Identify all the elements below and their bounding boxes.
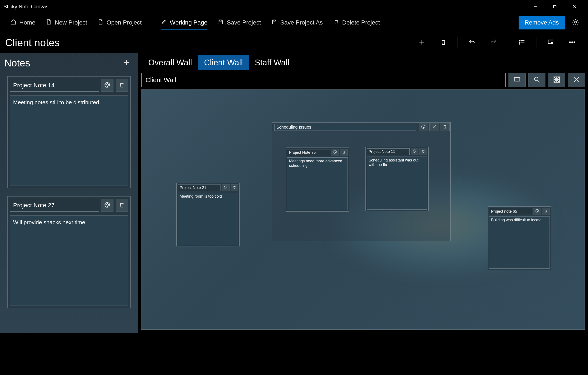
canvas-note[interactable]: Project Note 35 Meetings need more advan… <box>286 148 349 212</box>
menu-delete-project[interactable]: Delete Project <box>328 16 385 29</box>
group-color-button[interactable] <box>419 123 428 131</box>
trash-icon <box>421 149 425 154</box>
sidebar-note-body[interactable]: Meeting notes still to be distributed <box>10 96 128 186</box>
add-note-button[interactable] <box>411 35 433 50</box>
canvas-note[interactable]: Project Note 11 Scheduling assistant was… <box>365 147 429 211</box>
note-color-button[interactable] <box>222 184 230 191</box>
plus-icon <box>418 39 426 47</box>
project-title: Client notes <box>5 37 60 49</box>
svg-point-18 <box>572 42 573 43</box>
window-maximize-button[interactable] <box>545 0 565 13</box>
sidebar-note-body[interactable]: Will provide snacks next time <box>10 215 128 306</box>
group-close-button[interactable] <box>429 123 439 131</box>
undo-button[interactable] <box>461 35 483 50</box>
menu-new-project[interactable]: New Project <box>41 16 92 29</box>
group-title[interactable]: Scheduling Issues <box>274 124 416 131</box>
file-open-icon <box>98 19 104 26</box>
palette-icon <box>104 82 110 89</box>
list-icon <box>518 39 526 47</box>
more-icon <box>568 39 576 47</box>
settings-button[interactable] <box>568 15 583 30</box>
lower-padding <box>0 333 588 374</box>
note-delete-button[interactable] <box>420 148 427 155</box>
note-color-button[interactable] <box>101 199 114 212</box>
note-color-button[interactable] <box>331 149 339 156</box>
menu-separator <box>151 17 151 28</box>
tab-staff-wall[interactable]: Staff Wall <box>249 55 295 70</box>
wall-tabs: Overall Wall Client Wall Staff Wall <box>138 53 588 72</box>
sidebar-note[interactable]: Project Note 27 Will provide snacks next… <box>7 196 131 308</box>
canvas-note-body[interactable]: Building was difficult to locate <box>489 216 550 268</box>
save-icon <box>218 19 224 26</box>
canvas[interactable]: Scheduling Issues Project Note 35 <box>141 89 585 330</box>
note-color-button[interactable] <box>411 148 419 155</box>
redo-icon <box>490 39 497 47</box>
palette-icon <box>224 185 228 190</box>
menu-save-project[interactable]: Save Project <box>212 16 266 29</box>
project-toolbar: Client notes <box>0 32 588 53</box>
canvas-note-body[interactable]: Scheduling assistant was out with the fl… <box>367 157 427 210</box>
menu-save-project-as[interactable]: Save Project As <box>266 16 328 29</box>
note-delete-button[interactable] <box>340 149 348 156</box>
wall-search-button[interactable] <box>528 73 546 87</box>
remove-ads-button[interactable]: Remove Ads <box>519 16 565 30</box>
svg-rect-4 <box>220 20 222 21</box>
delete-button[interactable] <box>433 35 454 50</box>
palette-icon <box>333 150 337 155</box>
svg-line-31 <box>538 80 540 82</box>
canvas-note-body[interactable]: Meeting room is too cold <box>178 193 238 245</box>
separator <box>508 37 508 48</box>
note-color-button[interactable] <box>533 208 541 215</box>
svg-rect-1 <box>554 5 556 8</box>
canvas-note[interactable]: Project Note 21 Meeting room is too cold <box>176 183 240 246</box>
note-color-button[interactable] <box>101 79 114 92</box>
menu-delete-project-label: Delete Project <box>342 19 380 26</box>
canvas-note-title[interactable]: Project Note 11 <box>367 148 410 155</box>
tab-overall-wall[interactable]: Overall Wall <box>142 55 198 70</box>
svg-point-27 <box>108 204 109 205</box>
trash-icon <box>333 19 339 26</box>
group-delete-button[interactable] <box>440 123 450 131</box>
window-close-button[interactable] <box>565 0 585 13</box>
close-icon <box>572 75 580 85</box>
wall-name-input[interactable]: Client Wall <box>141 73 506 87</box>
trash-icon <box>440 39 447 46</box>
note-delete-button[interactable] <box>542 208 550 215</box>
wall-screen-button[interactable] <box>508 73 526 87</box>
menu-save-project-label: Save Project <box>227 19 261 26</box>
palette-icon <box>104 202 110 209</box>
redo-button[interactable] <box>483 35 504 50</box>
menu-open-project[interactable]: Open Project <box>92 16 147 29</box>
remove-ads-label: Remove Ads <box>525 19 559 26</box>
note-delete-button[interactable] <box>231 184 238 191</box>
menu-home-label: Home <box>19 19 35 26</box>
svg-point-17 <box>569 42 570 43</box>
window-minimize-button[interactable] <box>525 0 545 13</box>
note-delete-button[interactable] <box>116 79 128 92</box>
main-area: Notes Project Note 14 Meeting notes stil… <box>0 53 588 333</box>
menu-working-page-label: Working Page <box>170 19 207 26</box>
sidebar-note-title[interactable]: Project Note 27 <box>10 199 99 212</box>
canvas-note-title[interactable]: Project Note 35 <box>287 149 330 156</box>
canvas-note-title[interactable]: Project Note 21 <box>178 184 221 191</box>
list-view-button[interactable] <box>511 35 533 50</box>
more-button[interactable] <box>561 35 583 50</box>
menu-home[interactable]: Home <box>5 16 41 29</box>
group-header[interactable]: Scheduling Issues <box>272 123 450 132</box>
canvas-note-title[interactable]: Project note 65 <box>489 208 532 215</box>
note-group[interactable]: Scheduling Issues Project Note 35 <box>272 122 451 241</box>
canvas-note[interactable]: Project note 65 Building was difficult t… <box>488 206 551 270</box>
canvas-note-body[interactable]: Meetings need more advanced scheduling <box>287 157 348 210</box>
wall-close-button[interactable] <box>568 73 585 87</box>
menu-working-page[interactable]: Working Page <box>156 16 212 29</box>
tab-client-wall[interactable]: Client Wall <box>198 55 249 70</box>
presentation-button[interactable] <box>540 35 561 50</box>
sidebar-note-title[interactable]: Project Note 14 <box>10 79 99 92</box>
add-sidebar-note-button[interactable] <box>120 57 133 69</box>
sidebar-note[interactable]: Project Note 14 Meeting notes still to b… <box>7 76 131 188</box>
separator <box>536 37 536 48</box>
note-delete-button[interactable] <box>116 199 128 212</box>
sidebar-title: Notes <box>4 57 30 69</box>
wall-grid-button[interactable] <box>548 73 565 87</box>
svg-point-16 <box>551 42 553 43</box>
